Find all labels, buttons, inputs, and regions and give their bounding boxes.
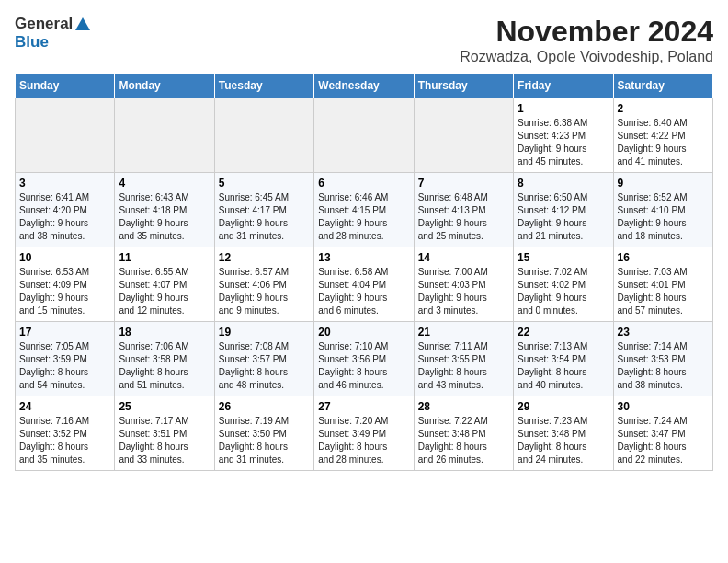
calendar-cell: 1Sunrise: 6:38 AM Sunset: 4:23 PM Daylig… [514,98,613,173]
day-info: Sunrise: 7:17 AM Sunset: 3:51 PM Dayligh… [119,415,210,466]
calendar-week-2: 3Sunrise: 6:41 AM Sunset: 4:20 PM Daylig… [16,173,713,247]
calendar-cell: 20Sunrise: 7:10 AM Sunset: 3:56 PM Dayli… [314,322,414,396]
day-info: Sunrise: 6:45 AM Sunset: 4:17 PM Dayligh… [219,191,310,243]
calendar-cell: 6Sunrise: 6:46 AM Sunset: 4:15 PM Daylig… [314,173,414,247]
day-info: Sunrise: 7:19 AM Sunset: 3:50 PM Dayligh… [219,415,310,466]
calendar-cell: 21Sunrise: 7:11 AM Sunset: 3:55 PM Dayli… [414,322,513,396]
day-info: Sunrise: 7:03 AM Sunset: 4:01 PM Dayligh… [618,266,709,317]
weekday-header-monday: Monday [115,74,214,98]
svg-marker-0 [75,17,90,30]
day-info: Sunrise: 7:10 AM Sunset: 3:56 PM Dayligh… [318,340,409,392]
calendar-cell: 27Sunrise: 7:20 AM Sunset: 3:49 PM Dayli… [314,396,414,471]
calendar-cell [214,98,313,173]
calendar-week-5: 24Sunrise: 7:16 AM Sunset: 3:52 PM Dayli… [16,396,713,471]
day-info: Sunrise: 7:16 AM Sunset: 3:52 PM Dayligh… [19,415,110,466]
day-number: 15 [518,251,609,264]
day-info: Sunrise: 7:06 AM Sunset: 3:58 PM Dayligh… [119,340,210,392]
day-number: 20 [318,326,409,339]
weekday-row: SundayMondayTuesdayWednesdayThursdayFrid… [16,74,713,98]
day-info: Sunrise: 6:50 AM Sunset: 4:12 PM Dayligh… [518,191,609,243]
calendar-week-3: 10Sunrise: 6:53 AM Sunset: 4:09 PM Dayli… [16,247,713,322]
page-header: General Blue November 2024 Rozwadza, Opo… [15,15,713,65]
day-info: Sunrise: 7:00 AM Sunset: 4:03 PM Dayligh… [418,266,509,317]
calendar-cell [414,98,513,173]
day-number: 4 [119,177,210,190]
day-number: 8 [518,177,609,190]
day-info: Sunrise: 6:52 AM Sunset: 4:10 PM Dayligh… [618,191,709,243]
calendar-cell: 22Sunrise: 7:13 AM Sunset: 3:54 PM Dayli… [514,322,613,396]
calendar-cell [115,98,214,173]
day-number: 24 [19,400,110,413]
day-number: 30 [618,400,709,413]
day-number: 18 [119,326,210,339]
day-number: 10 [19,251,110,264]
calendar-cell: 17Sunrise: 7:05 AM Sunset: 3:59 PM Dayli… [16,322,115,396]
day-number: 3 [19,177,110,190]
calendar-title: November 2024 [460,15,713,49]
day-number: 16 [618,251,709,264]
day-number: 27 [318,400,409,413]
day-info: Sunrise: 6:57 AM Sunset: 4:06 PM Dayligh… [219,266,310,317]
day-number: 21 [418,326,509,339]
day-info: Sunrise: 7:24 AM Sunset: 3:47 PM Dayligh… [618,415,709,466]
day-info: Sunrise: 6:53 AM Sunset: 4:09 PM Dayligh… [19,266,110,317]
day-number: 11 [119,251,210,264]
calendar-cell: 26Sunrise: 7:19 AM Sunset: 3:50 PM Dayli… [214,396,313,471]
weekday-header-sunday: Sunday [16,74,115,98]
calendar-week-4: 17Sunrise: 7:05 AM Sunset: 3:59 PM Dayli… [16,322,713,396]
day-info: Sunrise: 6:41 AM Sunset: 4:20 PM Dayligh… [19,191,110,243]
day-info: Sunrise: 7:22 AM Sunset: 3:48 PM Dayligh… [418,415,509,466]
day-number: 7 [418,177,509,190]
weekday-header-tuesday: Tuesday [214,74,313,98]
day-info: Sunrise: 7:05 AM Sunset: 3:59 PM Dayligh… [19,340,110,392]
calendar-cell [314,98,414,173]
day-number: 14 [418,251,509,264]
calendar-cell: 15Sunrise: 7:02 AM Sunset: 4:02 PM Dayli… [514,247,613,322]
day-number: 23 [618,326,709,339]
weekday-header-saturday: Saturday [613,74,712,98]
day-info: Sunrise: 6:38 AM Sunset: 4:23 PM Dayligh… [518,117,609,168]
calendar-cell: 10Sunrise: 6:53 AM Sunset: 4:09 PM Dayli… [16,247,115,322]
calendar-cell: 16Sunrise: 7:03 AM Sunset: 4:01 PM Dayli… [613,247,712,322]
day-info: Sunrise: 7:11 AM Sunset: 3:55 PM Dayligh… [418,340,509,392]
weekday-header-friday: Friday [514,74,613,98]
calendar-cell: 13Sunrise: 6:58 AM Sunset: 4:04 PM Dayli… [314,247,414,322]
day-number: 12 [219,251,310,264]
weekday-header-wednesday: Wednesday [314,74,414,98]
calendar-cell: 25Sunrise: 7:17 AM Sunset: 3:51 PM Dayli… [115,396,214,471]
calendar-cell: 19Sunrise: 7:08 AM Sunset: 3:57 PM Dayli… [214,322,313,396]
calendar-cell: 8Sunrise: 6:50 AM Sunset: 4:12 PM Daylig… [514,173,613,247]
day-number: 19 [219,326,310,339]
calendar-cell: 28Sunrise: 7:22 AM Sunset: 3:48 PM Dayli… [414,396,513,471]
calendar-cell: 23Sunrise: 7:14 AM Sunset: 3:53 PM Dayli… [613,322,712,396]
day-number: 29 [518,400,609,413]
calendar-table: SundayMondayTuesdayWednesdayThursdayFrid… [15,73,713,471]
day-number: 2 [618,102,709,115]
calendar-cell: 18Sunrise: 7:06 AM Sunset: 3:58 PM Dayli… [115,322,214,396]
logo-general-text: General [15,15,73,33]
calendar-cell [16,98,115,173]
day-info: Sunrise: 7:14 AM Sunset: 3:53 PM Dayligh… [618,340,709,392]
calendar-subtitle: Rozwadza, Opole Voivodeship, Poland [460,49,713,65]
calendar-header: SundayMondayTuesdayWednesdayThursdayFrid… [16,74,713,98]
logo-icon [74,16,91,32]
day-number: 1 [518,102,609,115]
day-info: Sunrise: 6:48 AM Sunset: 4:13 PM Dayligh… [418,191,509,243]
calendar-cell: 24Sunrise: 7:16 AM Sunset: 3:52 PM Dayli… [16,396,115,471]
day-number: 22 [518,326,609,339]
calendar-cell: 2Sunrise: 6:40 AM Sunset: 4:22 PM Daylig… [613,98,712,173]
day-info: Sunrise: 6:43 AM Sunset: 4:18 PM Dayligh… [119,191,210,243]
calendar-cell: 9Sunrise: 6:52 AM Sunset: 4:10 PM Daylig… [613,173,712,247]
day-info: Sunrise: 6:58 AM Sunset: 4:04 PM Dayligh… [318,266,409,317]
weekday-header-thursday: Thursday [414,74,513,98]
day-info: Sunrise: 7:08 AM Sunset: 3:57 PM Dayligh… [219,340,310,392]
day-number: 5 [219,177,310,190]
day-number: 25 [119,400,210,413]
day-number: 9 [618,177,709,190]
day-info: Sunrise: 7:23 AM Sunset: 3:48 PM Dayligh… [518,415,609,466]
day-info: Sunrise: 6:55 AM Sunset: 4:07 PM Dayligh… [119,266,210,317]
day-number: 13 [318,251,409,264]
calendar-cell: 14Sunrise: 7:00 AM Sunset: 4:03 PM Dayli… [414,247,513,322]
day-number: 6 [318,177,409,190]
calendar-cell: 5Sunrise: 6:45 AM Sunset: 4:17 PM Daylig… [214,173,313,247]
